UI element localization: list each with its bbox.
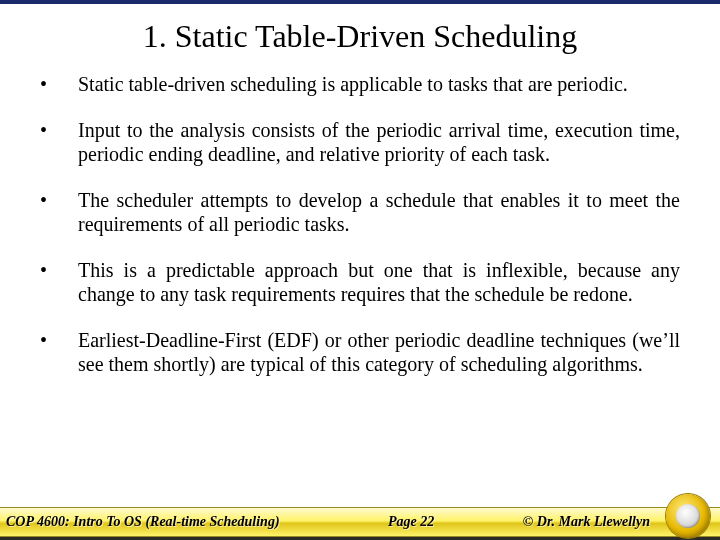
logo-outer-ring [666,494,710,538]
bullet-icon: • [40,258,78,282]
bullet-text: Input to the analysis consists of the pe… [78,118,680,166]
bullet-icon: • [40,118,78,142]
bullet-icon: • [40,328,78,352]
footer-bar: COP 4600: Intro To OS (Real-time Schedul… [0,507,720,537]
footer-course: COP 4600: Intro To OS (Real-time Schedul… [0,514,280,530]
slide-body: • Static table-driven scheduling is appl… [40,72,680,398]
bullet-text: Earliest-Deadline-First (EDF) or other p… [78,328,680,376]
list-item: • This is a predictable approach but one… [40,258,680,306]
ucf-logo-icon [666,494,710,538]
slide: 1. Static Table-Driven Scheduling • Stat… [0,0,720,540]
bullet-icon: • [40,188,78,212]
bullet-text: The scheduler attempts to develop a sche… [78,188,680,236]
list-item: • Earliest-Deadline-First (EDF) or other… [40,328,680,376]
slide-title: 1. Static Table-Driven Scheduling [0,18,720,55]
list-item: • Static table-driven scheduling is appl… [40,72,680,96]
list-item: • The scheduler attempts to develop a sc… [40,188,680,236]
bullet-icon: • [40,72,78,96]
list-item: • Input to the analysis consists of the … [40,118,680,166]
bullet-text: This is a predictable approach but one t… [78,258,680,306]
bullet-text: Static table-driven scheduling is applic… [78,72,680,96]
footer-page: Page 22 [280,514,523,530]
logo-inner-disc [676,504,700,528]
top-rule [0,0,720,4]
